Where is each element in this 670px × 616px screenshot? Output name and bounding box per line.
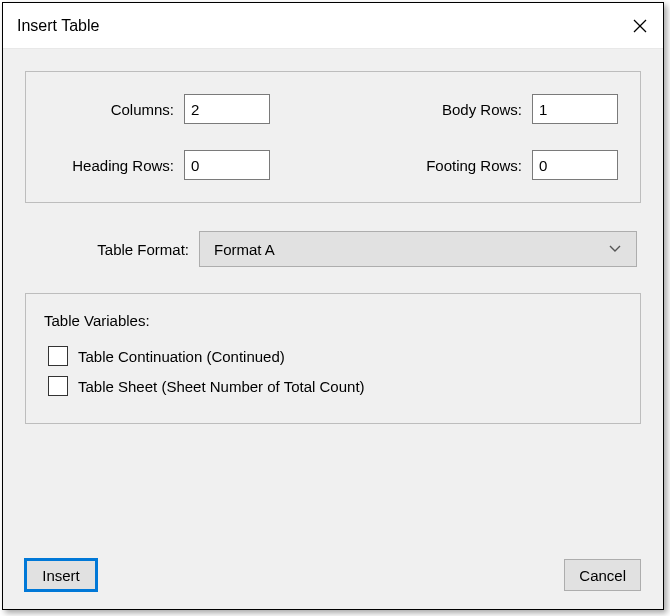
columns-input[interactable]	[184, 94, 270, 124]
table-variables-group: Table Variables: Table Continuation (Con…	[25, 293, 641, 424]
table-variables-label: Table Variables:	[44, 312, 622, 329]
table-continuation-row[interactable]: Table Continuation (Continued)	[44, 341, 622, 371]
chevron-down-icon	[608, 245, 622, 253]
dialog-content: Columns: Body Rows: Heading Rows: Footin…	[3, 49, 663, 609]
footing-rows-input[interactable]	[532, 150, 618, 180]
heading-rows-label: Heading Rows:	[44, 157, 184, 174]
insert-table-dialog: Insert Table Columns: Body Rows: Heading…	[2, 2, 664, 610]
footing-rows-label: Footing Rows:	[392, 157, 532, 174]
body-rows-label: Body Rows:	[392, 101, 532, 118]
heading-rows-input[interactable]	[184, 150, 270, 180]
table-format-selected: Format A	[214, 241, 275, 258]
close-icon[interactable]	[633, 19, 647, 33]
insert-button[interactable]: Insert	[25, 559, 97, 591]
table-format-dropdown[interactable]: Format A	[199, 231, 637, 267]
table-format-label: Table Format:	[29, 241, 199, 258]
dimensions-group: Columns: Body Rows: Heading Rows: Footin…	[25, 71, 641, 203]
columns-label: Columns:	[44, 101, 184, 118]
body-rows-input[interactable]	[532, 94, 618, 124]
button-row: Insert Cancel	[25, 533, 641, 591]
cancel-button[interactable]: Cancel	[564, 559, 641, 591]
table-continuation-label: Table Continuation (Continued)	[78, 348, 285, 365]
titlebar: Insert Table	[3, 3, 663, 49]
table-sheet-row[interactable]: Table Sheet (Sheet Number of Total Count…	[44, 371, 622, 401]
table-continuation-checkbox[interactable]	[48, 346, 68, 366]
table-sheet-checkbox[interactable]	[48, 376, 68, 396]
dialog-title: Insert Table	[17, 17, 99, 35]
table-format-row: Table Format: Format A	[25, 231, 641, 267]
table-sheet-label: Table Sheet (Sheet Number of Total Count…	[78, 378, 365, 395]
